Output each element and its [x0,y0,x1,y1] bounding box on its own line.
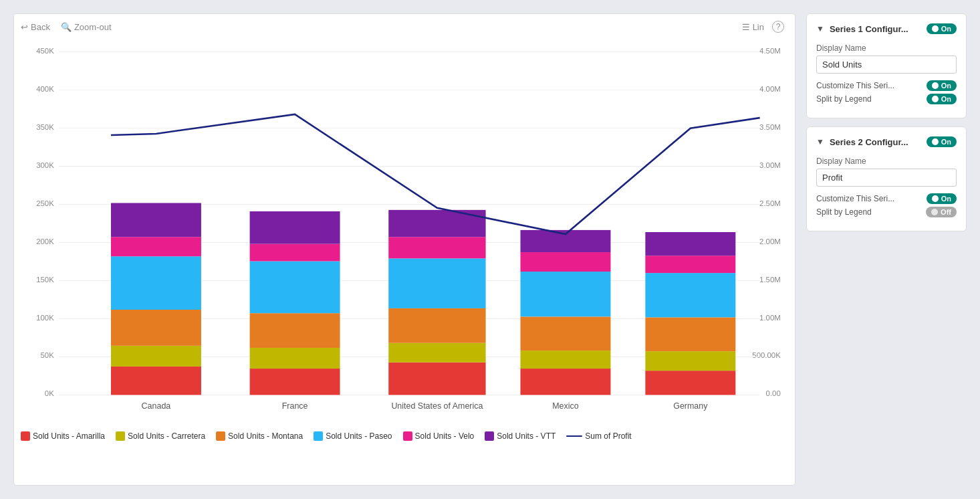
series2-chevron[interactable]: ▼ [816,137,824,146]
series2-card: ▼ Series 2 Configur... On Display Name C… [806,126,967,231]
svg-rect-63 [645,232,735,256]
series2-split-row: Split by Legend Off [816,207,957,217]
bar-usa[interactable] [388,210,485,395]
svg-rect-31 [111,346,201,367]
svg-text:Germany: Germany [673,401,708,411]
zoom-out-button[interactable]: 🔍 Zoom-out [61,22,112,32]
svg-rect-61 [645,273,735,317]
svg-rect-34 [111,237,201,256]
svg-text:0.00: 0.00 [766,389,781,397]
svg-rect-53 [520,316,610,351]
series1-header: ▼ Series 1 Configur... On [816,23,957,34]
lin-icon: ☰ [742,22,750,32]
legend-vtt: Sold Units - VTT [485,431,556,441]
lin-button[interactable]: ☰ Lin [742,22,764,32]
svg-text:4.00M: 4.00M [759,85,781,93]
svg-text:France: France [282,401,308,411]
right-panel: ▼ Series 1 Configur... On Display Name C… [806,13,967,231]
series1-display-name-row: Display Name [816,43,957,74]
svg-rect-30 [111,367,201,395]
svg-text:100K: 100K [36,314,54,322]
svg-rect-35 [111,203,201,237]
svg-text:3.00M: 3.00M [759,161,781,169]
bar-france[interactable] [250,211,340,395]
series1-display-name-label: Display Name [816,43,957,53]
series1-split-label: Split by Legend [816,94,872,104]
series2-display-name-label: Display Name [816,157,957,166]
series2-split-label: Split by Legend [816,207,872,217]
series1-customize-row: Customize This Seri... On [816,80,957,91]
svg-rect-52 [520,351,610,369]
help-icon: ? [772,21,784,33]
chart-svg: 450K 400K 350K 300K 250K 200K 150K 100K … [21,38,784,426]
svg-text:250K: 250K [36,199,54,207]
svg-text:3.50M: 3.50M [759,123,781,131]
series2-split-toggle[interactable]: Off [926,207,957,217]
series2-customize-row: Customize This Seri... On [816,193,957,204]
series2-display-name-row: Display Name [816,157,957,187]
svg-text:2.00M: 2.00M [759,237,781,245]
svg-text:United States of America: United States of America [391,401,483,411]
svg-text:1.50M: 1.50M [759,276,781,284]
svg-rect-45 [388,343,485,363]
bar-mexico[interactable] [520,230,610,395]
legend-swatch-amarilla [21,431,30,441]
series2-toggle[interactable]: On [927,136,957,147]
series2-header: ▼ Series 2 Configur... On [816,136,957,147]
legend-swatch-vtt [485,431,494,441]
svg-text:4.50M: 4.50M [759,47,781,55]
series2-customize-toggle[interactable]: On [927,193,957,204]
svg-rect-54 [520,272,610,316]
series1-toggle[interactable]: On [927,23,957,34]
chart-toolbar: ↩ Back 🔍 Zoom-out ☰ Lin ? [21,21,784,38]
svg-text:0K: 0K [45,389,54,397]
svg-text:300K: 300K [36,161,54,169]
series1-customize-toggle[interactable]: On [927,80,957,91]
help-button[interactable]: ? [772,21,784,33]
chart-area: 450K 400K 350K 300K 250K 200K 150K 100K … [21,38,784,426]
svg-rect-41 [250,244,340,262]
series2-display-name-input[interactable] [816,169,957,187]
chart-panel: ↩ Back 🔍 Zoom-out ☰ Lin ? 450K [13,13,795,486]
svg-rect-38 [250,348,340,369]
svg-rect-33 [111,256,201,310]
svg-rect-55 [520,252,610,272]
svg-text:200K: 200K [36,237,54,245]
legend-montana: Sold Units - Montana [216,431,303,441]
bar-canada[interactable] [111,203,201,395]
svg-rect-59 [645,351,735,371]
svg-rect-32 [111,310,201,346]
series1-display-name-input[interactable] [816,56,957,74]
svg-text:1.00M: 1.00M [759,314,781,322]
svg-text:Mexico: Mexico [552,401,579,411]
svg-rect-44 [388,363,485,395]
series1-split-row: Split by Legend On [816,94,957,104]
svg-text:350K: 350K [36,123,54,131]
svg-rect-51 [520,369,610,395]
svg-text:450K: 450K [36,47,54,55]
series2-customize-label: Customize This Seri... [816,194,894,203]
legend-carretera: Sold Units - Carretera [116,431,205,441]
legend-paseo: Sold Units - Paseo [314,431,392,441]
series2-title: Series 2 Configur... [830,137,923,147]
svg-rect-58 [645,371,735,395]
svg-text:Canada: Canada [142,401,171,411]
svg-text:2.50M: 2.50M [759,199,781,207]
legend-swatch-carretera [116,431,125,441]
svg-text:400K: 400K [36,85,54,93]
legend-swatch-velo [403,431,412,441]
chart-legend: Sold Units - Amarilla Sold Units - Carre… [21,426,784,441]
svg-rect-60 [645,317,735,351]
bar-germany[interactable] [645,232,735,395]
svg-rect-48 [388,237,485,258]
legend-swatch-montana [216,431,225,441]
series1-customize-label: Customize This Seri... [816,81,894,90]
svg-text:150K: 150K [36,276,54,284]
back-button[interactable]: ↩ Back [21,22,50,32]
series1-chevron[interactable]: ▼ [816,24,824,33]
svg-rect-39 [250,313,340,348]
series1-title: Series 1 Configur... [830,24,923,34]
back-icon: ↩ [21,22,28,32]
series1-split-toggle[interactable]: On [927,94,957,104]
legend-velo: Sold Units - Velo [403,431,475,441]
